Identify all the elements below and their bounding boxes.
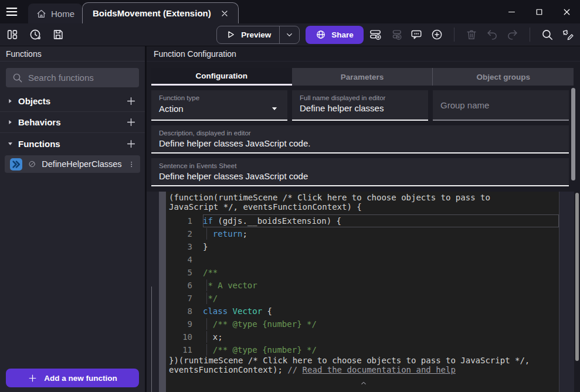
configuration-tabbar: ConfigurationParametersObject groups (151, 68, 574, 86)
code-scrollbar-thumb[interactable] (575, 193, 579, 361)
description-value: Define helper classes JavaScript code. (159, 138, 310, 148)
toolbar-left-icons (6, 28, 216, 41)
expand-bottom-panel-icon[interactable] (359, 379, 368, 387)
line-number: 9 (169, 318, 192, 330)
group-name-field[interactable]: Group name (433, 90, 569, 121)
full-name-value: Define helper classes (300, 103, 384, 113)
add-event-icon[interactable] (369, 28, 382, 41)
toolbar-divider (530, 28, 530, 42)
tab-object-groups[interactable]: Object groups (432, 68, 574, 86)
add-circle-icon[interactable] (430, 28, 443, 41)
preview-button-group: Preview (216, 26, 300, 44)
tab-close-icon[interactable] (220, 9, 229, 18)
code-line-6[interactable]: 6 * A vector (169, 279, 559, 292)
preview-dropdown-button[interactable] (279, 26, 299, 43)
indent-guide (206, 228, 207, 240)
sidebar-section-behaviors[interactable]: Behaviors (0, 112, 145, 133)
function-type-value: Action (159, 104, 184, 114)
indent-guide (206, 292, 207, 304)
add-behaviors-icon[interactable] (126, 117, 137, 128)
function-item-label: DefineHelperClasses (42, 159, 121, 169)
chevron-right-small-icon (6, 97, 14, 105)
dropdown-caret-icon (269, 103, 280, 114)
preview-button[interactable]: Preview (217, 26, 279, 43)
documentation-link[interactable]: Read the documentation and help (303, 365, 456, 374)
search-functions (6, 68, 139, 87)
code-footer-line-2-prefix: eventsFunctionContext); (169, 365, 287, 374)
description-field[interactable]: Description, displayed in editor Define … (151, 125, 569, 154)
code-line-11[interactable]: 11 /** @type {number} */ (169, 343, 559, 356)
preview-button-label: Preview (241, 30, 271, 39)
code-footer-line-1: })(runtimeScene /* Click here to choose … (169, 356, 559, 366)
code-line-9[interactable]: 9 /** @type {number} */ (169, 318, 559, 330)
code-line-1[interactable]: 1 if (gdjs.__boidsExtension) { (169, 214, 559, 227)
add-functions-icon[interactable] (126, 138, 137, 149)
history-icon[interactable] (29, 28, 42, 41)
line-number: 11 (169, 343, 192, 356)
code-left-gutter (147, 192, 159, 392)
tab-configuration[interactable]: Configuration (151, 68, 292, 86)
line-number: 3 (169, 240, 192, 253)
kebab-menu-icon[interactable] (128, 160, 135, 169)
save-icon[interactable] (52, 28, 65, 41)
sentence-label: Sentence in Events Sheet (159, 162, 561, 169)
add-function-button-label: Add a new function (44, 374, 117, 383)
chevron-down-icon (285, 30, 294, 39)
code-line-10[interactable]: 10 x; (169, 330, 559, 343)
code-line-8[interactable]: 8 class Vector { (169, 305, 559, 318)
toolbar: Preview Share (0, 23, 580, 46)
code-line-5[interactable]: 5 /** (169, 266, 559, 279)
edit-extension-icon[interactable] (561, 28, 574, 41)
plus-icon (28, 373, 38, 383)
close-window-icon[interactable] (562, 7, 572, 17)
sidebar-section-functions[interactable]: Functions (0, 133, 145, 154)
sidebar-tree: Objects Behaviors Functions (0, 91, 145, 154)
maximize-icon[interactable] (534, 7, 544, 17)
code-left-scrollbar[interactable] (159, 192, 166, 392)
tab-boidsmovement[interactable]: BoidsMovement (Extension) (82, 2, 239, 23)
search-functions-input[interactable] (6, 68, 139, 87)
form-scrollbar[interactable] (571, 88, 575, 180)
code-line-2[interactable]: 2 return; (169, 227, 559, 240)
function-badge-icon (10, 158, 22, 171)
code-lines: 1 if (gdjs.__boidsExtension) { 2 return;… (169, 214, 559, 356)
function-type-field[interactable]: Function type Action (151, 90, 287, 121)
code-line-3[interactable]: 3 } (169, 240, 559, 253)
indent-guide (206, 318, 207, 330)
toolbar-center: Preview Share (216, 26, 364, 44)
code-header-line-2[interactable]: JavaScript */, eventsFunctionContext) { (169, 203, 559, 212)
sidebar-item-definehelperclasses[interactable]: DefineHelperClasses (5, 155, 140, 173)
tab-parameters[interactable]: Parameters (292, 68, 433, 86)
line-number: 6 (169, 279, 192, 292)
code-editor[interactable]: (function(runtimeScene /* Click here to … (166, 192, 559, 392)
panels-icon[interactable] (6, 28, 19, 41)
tab-home[interactable]: Home (28, 4, 82, 23)
home-icon (36, 8, 47, 19)
minimize-icon[interactable] (507, 7, 517, 17)
add-function-button[interactable]: Add a new function (6, 369, 139, 387)
tab-home-label: Home (51, 9, 74, 19)
sentence-field[interactable]: Sentence in Events Sheet Define helper c… (151, 158, 569, 186)
functions-sidebar: Functions Objects Behaviors Functions De… (0, 46, 145, 392)
code-line-7[interactable]: 7 */ (169, 292, 559, 305)
add-objects-icon[interactable] (126, 96, 137, 107)
sidebar-section-label: Objects (18, 96, 126, 106)
chevron-down-small-icon (6, 140, 14, 148)
code-line-4[interactable]: 4 (169, 253, 559, 266)
full-name-field[interactable]: Full name displayed in editor Define hel… (292, 90, 428, 121)
line-number: 5 (169, 266, 192, 279)
code-header-line-1[interactable]: (function(runtimeScene /* Click here to … (169, 193, 559, 203)
collapsed-panel-border (151, 287, 152, 392)
app-window: Home BoidsMovement (Extension) Preview (0, 0, 580, 392)
share-button[interactable]: Share (306, 26, 364, 44)
add-comment-icon[interactable] (410, 28, 423, 41)
menu-icon[interactable] (5, 5, 19, 18)
content: Functions Objects Behaviors Functions De… (0, 46, 580, 392)
sidebar-section-label: Behaviors (18, 117, 126, 127)
line-number: 8 (169, 305, 192, 318)
sidebar-spacer (0, 173, 145, 369)
sidebar-section-objects[interactable]: Objects (0, 91, 145, 112)
search-icon[interactable] (541, 28, 554, 41)
window-controls (507, 0, 572, 23)
code-scrollbar-track[interactable] (574, 192, 580, 392)
